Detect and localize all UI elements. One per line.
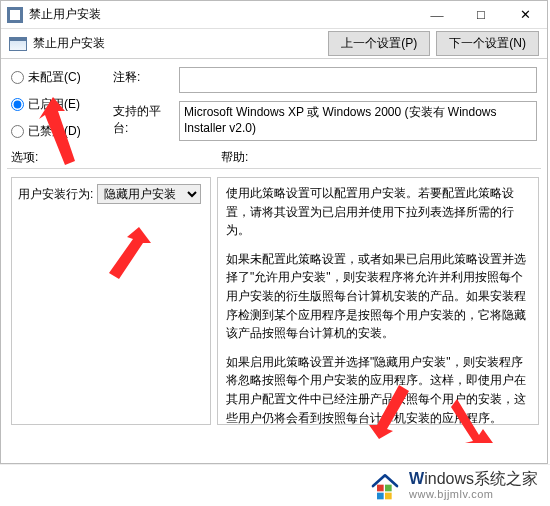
subheader: 禁止用户安装 上一个设置(P) 下一个设置(N) [1, 29, 547, 59]
watermark-brand-w: W [409, 470, 424, 487]
radio-not-configured-input[interactable] [11, 71, 24, 84]
radio-enabled-label: 已启用(E) [28, 96, 80, 113]
platform-row: 支持的平台: [113, 101, 537, 141]
svg-rect-7 [385, 492, 392, 499]
radio-not-configured[interactable]: 未配置(C) [11, 69, 99, 86]
nav-buttons: 上一个设置(P) 下一个设置(N) [328, 31, 539, 56]
minimize-button[interactable]: — [415, 1, 459, 29]
radio-enabled[interactable]: 已启用(E) [11, 96, 99, 113]
next-setting-button[interactable]: 下一个设置(N) [436, 31, 539, 56]
svg-rect-6 [377, 492, 384, 499]
behavior-combobox[interactable]: 隐藏用户安装 [97, 184, 201, 204]
logo-icon [369, 470, 401, 502]
comment-row: 注释: [113, 67, 537, 93]
lower-panels: 用户安装行为: 隐藏用户安装 使用此策略设置可以配置用户安装。若要配置此策略设置… [1, 169, 547, 433]
previous-setting-button[interactable]: 上一个设置(P) [328, 31, 430, 56]
watermark-brand: Windows系统之家 [409, 470, 538, 488]
radio-not-configured-label: 未配置(C) [28, 69, 81, 86]
options-panel: 用户安装行为: 隐藏用户安装 [11, 177, 211, 425]
radio-disabled-label: 已禁用(D) [28, 123, 81, 140]
radio-disabled-input[interactable] [11, 125, 24, 138]
window-title: 禁止用户安装 [29, 6, 415, 23]
svg-rect-5 [385, 484, 392, 491]
svg-rect-4 [377, 484, 384, 491]
help-panel[interactable]: 使用此策略设置可以配置用户安装。若要配置此策略设置，请将其设置为已启用并使用下拉… [217, 177, 539, 425]
help-paragraph-2: 如果未配置此策略设置，或者如果已启用此策略设置并选择了"允许用户安装"，则安装程… [226, 250, 530, 343]
close-button[interactable]: ✕ [503, 1, 547, 29]
platform-label: 支持的平台: [113, 101, 173, 137]
policy-editor-window: 禁止用户安装 — □ ✕ 禁止用户安装 上一个设置(P) 下一个设置(N) 未配… [0, 0, 548, 464]
radio-disabled[interactable]: 已禁用(D) [11, 123, 99, 140]
maximize-button[interactable]: □ [459, 1, 503, 29]
watermark-text: Windows系统之家 www.bjjmlv.com [409, 470, 538, 501]
behavior-label: 用户安装行为: [18, 186, 93, 203]
policy-icon [9, 37, 27, 51]
help-section-label: 帮助: [221, 149, 248, 166]
app-icon [7, 7, 23, 23]
section-labels: 选项: 帮助: [1, 145, 547, 168]
radio-enabled-input[interactable] [11, 98, 24, 111]
watermark-url: www.bjjmlv.com [409, 488, 493, 501]
options-section-label: 选项: [11, 149, 221, 166]
fields-column: 注释: 支持的平台: [113, 67, 537, 141]
platform-text[interactable] [179, 101, 537, 141]
titlebar: 禁止用户安装 — □ ✕ [1, 1, 547, 29]
config-area: 未配置(C) 已启用(E) 已禁用(D) 注释: 支持的平台: [1, 59, 547, 145]
policy-title: 禁止用户安装 [33, 35, 105, 52]
watermark-brand-tail: 系统之家 [474, 470, 538, 487]
state-radio-group: 未配置(C) 已启用(E) 已禁用(D) [11, 67, 99, 141]
help-paragraph-1: 使用此策略设置可以配置用户安装。若要配置此策略设置，请将其设置为已启用并使用下拉… [226, 184, 530, 240]
window-controls: — □ ✕ [415, 1, 547, 29]
comment-input[interactable] [179, 67, 537, 93]
help-paragraph-3: 如果启用此策略设置并选择"隐藏用户安装"，则安装程序将忽略按照每个用户安装的应用… [226, 353, 530, 425]
comment-label: 注释: [113, 67, 173, 86]
watermark-brand-rest: indows [424, 470, 474, 487]
watermark: Windows系统之家 www.bjjmlv.com [0, 464, 550, 506]
behavior-row: 用户安装行为: 隐藏用户安装 [18, 184, 204, 204]
